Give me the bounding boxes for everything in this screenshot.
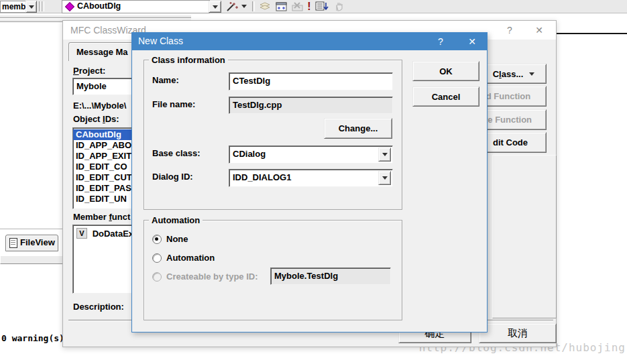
object-ids-label: Object IDs: bbox=[73, 114, 119, 124]
radio-none-label[interactable]: None bbox=[166, 234, 188, 244]
wizard-cancel-button[interactable]: 取消 bbox=[479, 323, 557, 343]
add-class-button[interactable]: Class... bbox=[481, 64, 547, 84]
members-combo-value: members] bbox=[2, 2, 27, 11]
new-class-close-button[interactable]: ✕ bbox=[464, 33, 480, 50]
magic-wand-icon bbox=[225, 1, 239, 12]
hand-icon bbox=[334, 1, 344, 11]
name-label: Name: bbox=[152, 75, 179, 85]
wizard-bar: members] CAboutDlg bbox=[0, 0, 627, 13]
class-combo-dropdown-button[interactable] bbox=[209, 1, 221, 13]
radio-automation[interactable] bbox=[152, 253, 162, 263]
radio-automation-label[interactable]: Automation bbox=[166, 253, 215, 263]
class-combo[interactable]: CAboutDlg bbox=[62, 0, 210, 13]
chevron-down-icon bbox=[529, 72, 534, 76]
wizard-actions-dropdown-button[interactable] bbox=[240, 1, 248, 12]
output-warnings-text: 0 warning(s) bbox=[1, 333, 64, 343]
layers-icon bbox=[259, 2, 271, 11]
right-panel bbox=[492, 155, 557, 318]
member-functions-label: Member funct bbox=[73, 212, 130, 222]
chevron-down-icon bbox=[382, 153, 388, 156]
cancel-button[interactable]: Cancel bbox=[412, 86, 479, 107]
screen: members] CAboutDlg bbox=[0, 0, 627, 364]
project-path-text: E:\...\Mybole\ bbox=[73, 101, 126, 111]
chevron-down-icon bbox=[29, 5, 34, 9]
base-class-combo[interactable]: CDialog bbox=[229, 145, 393, 164]
virtual-marker: V bbox=[76, 228, 87, 239]
dialog-id-value: IDD_DIALOG1 bbox=[233, 172, 291, 182]
radio-createable-label: Createable by type ID: bbox=[166, 271, 258, 282]
document-icon bbox=[9, 238, 17, 248]
ok-button[interactable]: OK bbox=[412, 61, 479, 81]
change-button[interactable]: Change... bbox=[324, 118, 392, 139]
classwizard-close-button[interactable]: ✕ bbox=[531, 21, 547, 40]
automation-group-label: Automation bbox=[149, 215, 203, 225]
stop-build-button[interactable]: ! bbox=[304, 1, 314, 12]
keyboard-delete-icon bbox=[292, 2, 303, 11]
dialog-id-label: Dialog ID: bbox=[152, 172, 193, 182]
list-item[interactable]: V DoDataEx bbox=[76, 228, 133, 239]
tab-fileview[interactable]: FileView bbox=[5, 235, 58, 251]
radio-none[interactable] bbox=[152, 235, 162, 244]
base-class-label: Base class: bbox=[152, 148, 201, 158]
window-edge-line bbox=[557, 33, 627, 34]
exclamation-icon: ! bbox=[307, 1, 310, 11]
workspace-tab-line bbox=[0, 229, 64, 229]
dock-bar bbox=[0, 255, 66, 264]
class-icon bbox=[65, 2, 74, 11]
new-class-title: New Class bbox=[138, 36, 183, 46]
createable-type-id-field: Mybole.TestDlg bbox=[270, 267, 391, 285]
delete-member-button[interactable] bbox=[290, 1, 304, 12]
tab-message-maps-label: Message Ma bbox=[76, 47, 128, 57]
new-class-titlebar[interactable]: New Class ? ✕ bbox=[132, 33, 487, 50]
chevron-down-icon bbox=[382, 176, 388, 180]
file-name-label: File name: bbox=[152, 99, 195, 109]
chevron-down-icon bbox=[213, 5, 218, 9]
tab-fileview-label: FileView bbox=[20, 237, 55, 247]
dialog-id-dropdown-button[interactable] bbox=[378, 171, 391, 185]
dialog-id-combo[interactable]: IDD_DIALOG1 bbox=[229, 169, 393, 187]
class-combo-value: CAboutDlg bbox=[77, 1, 121, 11]
classwizard-help-button[interactable]: ? bbox=[502, 21, 517, 40]
chevron-down-icon bbox=[241, 5, 247, 8]
base-class-value: CDialog bbox=[233, 149, 266, 159]
toolbar-separator bbox=[252, 1, 255, 11]
toolbar-separator bbox=[42, 1, 44, 11]
file-name-value: TestDlg.cpp bbox=[233, 100, 282, 110]
class-information-group-label: Class information bbox=[149, 55, 228, 65]
new-class-help-button[interactable]: ? bbox=[434, 33, 447, 50]
goto-definition-button[interactable] bbox=[258, 1, 272, 12]
base-class-dropdown-button[interactable] bbox=[378, 147, 391, 162]
name-input[interactable]: CTestDlg bbox=[229, 72, 393, 90]
project-combo-value: Mybole bbox=[76, 81, 107, 91]
wizard-actions-button[interactable] bbox=[224, 1, 240, 12]
dock-ridge bbox=[0, 15, 191, 18]
members-list-button[interactable] bbox=[314, 1, 330, 12]
members-combo[interactable]: members] bbox=[0, 1, 27, 13]
tab-message-maps[interactable]: Message Ma bbox=[68, 42, 134, 61]
members-combo-dropdown-button[interactable] bbox=[25, 1, 37, 13]
file-name-field: TestDlg.cpp bbox=[229, 97, 393, 114]
name-value: CTestDlg bbox=[233, 76, 270, 86]
wizard-hand-button[interactable] bbox=[331, 1, 346, 12]
description-label: Description: bbox=[73, 302, 124, 312]
new-dialog-button[interactable] bbox=[274, 1, 288, 12]
dialog-grid-icon bbox=[276, 1, 287, 11]
new-class-dialog: New Class ? ✕ Class information Name: CT… bbox=[131, 32, 488, 332]
radio-createable bbox=[152, 272, 162, 282]
member-function-name: DoDataEx bbox=[93, 229, 133, 239]
createable-type-id-value: Mybole.TestDlg bbox=[274, 271, 338, 281]
project-label: Project: bbox=[73, 66, 105, 76]
list-down-icon bbox=[315, 1, 329, 11]
